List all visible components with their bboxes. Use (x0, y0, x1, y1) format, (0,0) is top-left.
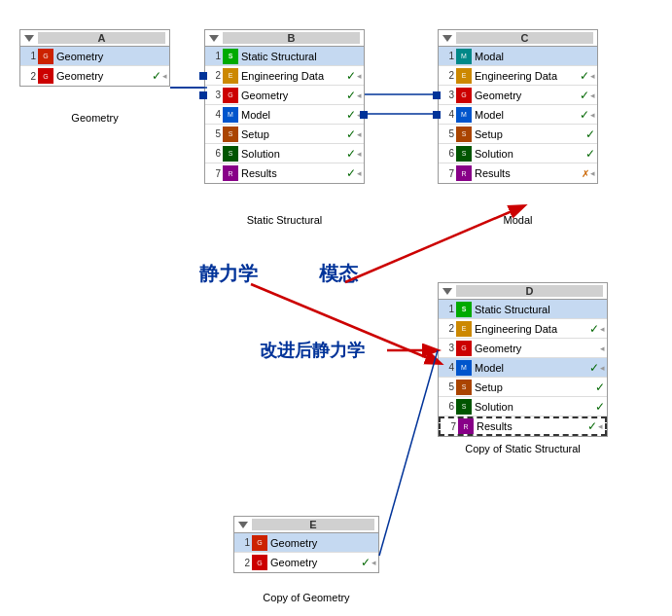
block-a: A 1 G Geometry 2 G Geometry ✓ ◂ (19, 29, 170, 87)
block-e-col-label: E (252, 519, 374, 530)
block-d-row-6[interactable]: 6 S Solution ✓ (439, 397, 607, 417)
block-e-row-1[interactable]: 1 G Geometry (234, 533, 378, 553)
block-b-caption: Static Structural (204, 214, 365, 226)
label-modal: 模态 (319, 261, 358, 287)
res-icon-d7: R (458, 418, 474, 434)
block-d-row6-label: Solution (475, 401, 593, 413)
geo-icon: G (38, 49, 53, 64)
block-e-row-2[interactable]: 2 G Geometry ✓ ◂ (234, 553, 378, 572)
block-b-row-5[interactable]: 5 S Setup ✓ ◂ (205, 125, 364, 144)
block-d-row3-label: Geometry (475, 343, 599, 354)
block-b-row-3[interactable]: 3 G Geometry ✓ ◂ (205, 86, 364, 105)
eng-icon-d2: E (456, 321, 472, 337)
block-c-row-3[interactable]: 3 G Geometry ✓ ◂ (439, 86, 597, 105)
sol-icon-d6: S (456, 399, 472, 415)
block-c-caption: Modal (438, 214, 598, 226)
block-a-col-label: A (38, 32, 165, 44)
block-b-row-1[interactable]: 1 S Static Structural (205, 47, 364, 66)
block-d-row4-label: Model (475, 362, 587, 374)
block-a-header-row: A (20, 30, 169, 47)
setup-icon-b5: S (223, 127, 238, 142)
block-c: C 1 M Modal 2 E Engineering Data ✓ ◂ 3 G… (438, 29, 598, 184)
block-d-row1-label: Static Structural (475, 304, 605, 315)
block-e-header-row: E (234, 517, 378, 533)
block-b-row4-label: Model (241, 109, 344, 121)
block-b-row3-label: Geometry (241, 90, 344, 101)
block-c-row-1[interactable]: 1 M Modal (439, 47, 597, 66)
block-e: E 1 G Geometry 2 G Geometry ✓ ◂ (233, 516, 379, 573)
block-d-row-4[interactable]: 4 M Model ✓ ◂ (439, 358, 607, 378)
model-icon-c4: M (456, 107, 472, 123)
block-b-row-7[interactable]: 7 R Results ✓ ◂ (205, 163, 364, 183)
block-b: B 1 S Static Structural 2 E Engineering … (204, 29, 365, 184)
setup-icon-d5: S (456, 380, 472, 395)
static-icon-b: S (223, 49, 238, 64)
block-d-row7-label: Results (477, 420, 585, 432)
model-icon-d4: M (456, 360, 472, 376)
block-c-header-row: C (439, 30, 597, 47)
label-improved: 改进后静力学 (260, 339, 365, 362)
block-b-row6-label: Solution (241, 148, 344, 160)
block-d-row-3[interactable]: 3 G Geometry ◂ (439, 339, 607, 358)
res-icon-b7: R (223, 165, 238, 181)
label-static: 静力学 (199, 261, 258, 287)
geo-icon-b3: G (223, 88, 238, 103)
block-b-row-2[interactable]: 2 E Engineering Data ✓ ◂ (205, 66, 364, 86)
block-c-row-2[interactable]: 2 E Engineering Data ✓ ◂ (439, 66, 597, 86)
triangle-icon-e (238, 522, 248, 528)
block-b-header-row: B (205, 30, 364, 47)
block-b-row-4[interactable]: 4 M Model ✓ ◂ (205, 105, 364, 125)
eng-icon-c2: E (456, 68, 472, 84)
block-c-row-7[interactable]: 7 R Results ✗ ◂ (439, 163, 597, 183)
block-b-row-6[interactable]: 6 S Solution ✓ ◂ (205, 144, 364, 163)
block-e-row1-label: Geometry (270, 537, 376, 549)
block-c-row6-label: Solution (475, 148, 584, 160)
block-d-row2-label: Engineering Data (475, 323, 587, 335)
block-b-row2-label: Engineering Data (241, 70, 344, 82)
block-a-row1-label: Geometry (56, 51, 167, 62)
geo-icon-e1: G (252, 535, 267, 551)
static-icon-d1: S (456, 302, 472, 317)
block-c-row5-label: Setup (475, 128, 584, 140)
block-b-row5-label: Setup (241, 128, 344, 140)
model-icon-b4: M (223, 107, 238, 123)
block-d-caption: Copy of Static Structural (438, 443, 608, 454)
block-c-row-6[interactable]: 6 S Solution ✓ (439, 144, 597, 163)
modal-icon-c1: M (456, 49, 472, 64)
setup-icon-c5: S (456, 127, 472, 142)
block-c-col-label: C (456, 32, 593, 44)
block-d-row-5[interactable]: 5 S Setup ✓ (439, 378, 607, 397)
block-d-header-row: D (439, 283, 607, 300)
block-a-row2-label: Geometry (56, 70, 150, 82)
triangle-icon (24, 35, 34, 42)
triangle-icon-b (209, 35, 219, 42)
geo-icon-d3: G (456, 341, 472, 356)
res-icon-c7: R (456, 165, 472, 181)
block-b-row1-label: Static Structural (241, 51, 362, 62)
block-b-col-label: B (223, 32, 360, 44)
block-b-row7-label: Results (241, 167, 344, 179)
block-a-row-1[interactable]: 1 G Geometry (20, 47, 169, 66)
block-d-row-1[interactable]: 1 S Static Structural (439, 300, 607, 319)
block-a-caption: Geometry (19, 112, 170, 124)
block-d-row-2[interactable]: 2 E Engineering Data ✓ ◂ (439, 319, 607, 339)
block-d-row5-label: Setup (475, 381, 593, 393)
block-c-row-5[interactable]: 5 S Setup ✓ (439, 125, 597, 144)
block-e-caption: Copy of Geometry (233, 592, 379, 603)
geo2-icon: G (38, 68, 53, 84)
svg-line-9 (379, 350, 438, 556)
block-d-row-7[interactable]: 7 R Results ✓ ◂ (439, 417, 607, 436)
triangle-icon-c (442, 35, 452, 42)
sol-icon-b6: S (223, 146, 238, 162)
geo-icon-c3: G (456, 88, 472, 103)
block-e-row2-label: Geometry (270, 557, 359, 568)
block-d-col-label: D (456, 285, 603, 297)
block-c-row-4[interactable]: 4 M Model ✓ ◂ (439, 105, 597, 125)
geo-icon-e2: G (252, 555, 267, 570)
eng-icon-b2: E (223, 68, 238, 84)
block-c-row3-label: Geometry (475, 90, 578, 101)
block-c-row1-label: Modal (475, 51, 595, 62)
block-d: D 1 S Static Structural 2 E Engineering … (438, 282, 608, 437)
block-a-row-2[interactable]: 2 G Geometry ✓ ◂ (20, 66, 169, 86)
block-c-row4-label: Model (475, 109, 578, 121)
